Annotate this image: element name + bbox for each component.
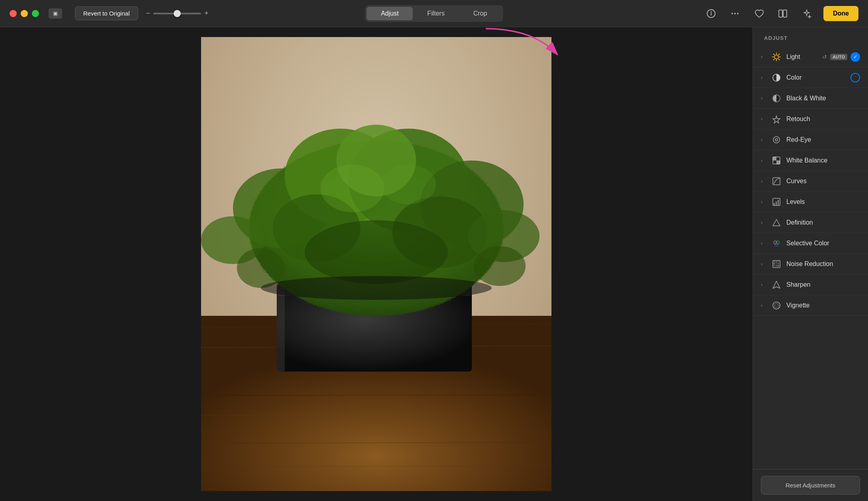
adjust-item-sharpen[interactable]: › Sharpen [753, 274, 868, 295]
fullscreen-button[interactable] [32, 10, 39, 17]
adjust-item-color[interactable]: › Color [753, 67, 868, 88]
selectivecolor-label: Selective Color [786, 240, 860, 247]
tab-filters[interactable]: Filters [413, 7, 459, 20]
svg-point-30 [305, 220, 448, 284]
main-content: ADJUST › [0, 27, 868, 501]
levels-icon [771, 197, 782, 207]
svg-rect-55 [776, 160, 780, 164]
svg-rect-68 [774, 263, 775, 264]
reset-panel: Reset Adjustments [753, 469, 868, 501]
selectivecolor-icon [771, 238, 782, 249]
chevron-icon: › [761, 303, 766, 308]
adjust-item-selectivecolor[interactable]: › Selective Color [753, 233, 868, 254]
adjust-item-levels[interactable]: › Levels [753, 192, 868, 212]
tab-adjust[interactable]: Adjust [367, 7, 413, 20]
adjust-item-vignette[interactable]: › Vignette [753, 295, 868, 316]
info-icon[interactable] [704, 6, 718, 21]
svg-rect-72 [776, 265, 777, 266]
vignette-label: Vignette [786, 302, 860, 309]
traffic-lights [10, 10, 39, 17]
tab-crop[interactable]: Crop [459, 7, 502, 20]
adjust-header: ADJUST [753, 27, 868, 47]
zoom-slider-area: − + [146, 9, 209, 18]
done-button[interactable]: Done [823, 6, 858, 21]
light-reset-icon[interactable]: ↺ [822, 54, 827, 60]
adjust-item-whitebalance[interactable]: › White Balance [753, 150, 868, 171]
adjust-item-definition[interactable]: › Definition [753, 212, 868, 233]
svg-point-37 [261, 276, 492, 300]
color-empty-circle[interactable] [850, 73, 860, 82]
svg-point-5 [737, 13, 739, 14]
chevron-icon: › [761, 116, 766, 122]
chevron-icon: › [761, 75, 766, 80]
light-check-circle[interactable]: ✓ [850, 52, 860, 62]
svg-point-35 [321, 164, 384, 212]
svg-rect-71 [774, 265, 775, 266]
chevron-icon: › [761, 199, 766, 205]
chevron-icon: › [761, 261, 766, 267]
adjust-item-noisereduction[interactable]: › Noise Reduction [753, 254, 868, 274]
chevron-icon: › [761, 178, 766, 184]
revert-label: Revert to Original [83, 10, 130, 17]
chevron-icon: › [761, 241, 766, 246]
light-label: Light [786, 53, 817, 61]
svg-point-52 [775, 139, 778, 141]
zoom-out-icon[interactable]: − [146, 9, 151, 18]
zoom-track[interactable] [153, 13, 201, 14]
titlebar: ▣ Revert to Original − + Adjust Filters … [0, 0, 868, 27]
minimize-button[interactable] [21, 10, 28, 17]
color-actions [850, 73, 860, 82]
definition-icon [771, 217, 782, 228]
right-panel: ADJUST › [753, 27, 868, 501]
color-label: Color [786, 74, 846, 81]
reset-adjustments-button[interactable]: Reset Adjustments [761, 476, 860, 495]
adjust-item-retouch[interactable]: › Retouch [753, 109, 868, 129]
svg-rect-65 [774, 261, 775, 262]
sharpen-label: Sharpen [786, 281, 860, 288]
light-auto-badge[interactable]: AUTO [830, 54, 847, 60]
tab-group: Adjust Filters Crop [365, 5, 503, 22]
svg-point-74 [773, 302, 780, 309]
redeye-icon [771, 135, 782, 145]
blackwhite-icon [771, 93, 782, 104]
sharpen-icon [771, 280, 782, 290]
svg-point-39 [774, 55, 778, 59]
chevron-icon: › [761, 96, 766, 101]
toolbar-right: Done [704, 6, 858, 21]
zoom-thumb[interactable] [174, 10, 181, 17]
magic-icon[interactable] [800, 6, 814, 21]
svg-rect-70 [778, 263, 779, 264]
svg-line-45 [778, 59, 779, 60]
svg-rect-7 [783, 10, 787, 17]
svg-line-47 [774, 59, 774, 60]
vignette-icon [771, 300, 782, 311]
levels-label: Levels [786, 198, 860, 205]
svg-line-44 [774, 54, 774, 55]
photo-display [201, 37, 551, 491]
svg-point-3 [731, 13, 733, 14]
adjust-item-blackwhite[interactable]: › Black & White [753, 88, 868, 109]
svg-point-51 [773, 137, 780, 143]
svg-rect-69 [776, 263, 777, 264]
window-controls: ▣ [49, 8, 62, 19]
sidebar-toggle-button[interactable]: ▣ [49, 8, 62, 19]
adjust-item-curves[interactable]: › Curves [753, 171, 868, 192]
revert-button[interactable]: Revert to Original [75, 6, 138, 20]
svg-rect-58 [774, 203, 775, 205]
retouch-icon [771, 114, 782, 124]
more-options-icon[interactable] [728, 6, 742, 21]
adjust-item-light[interactable]: › Light ↺ [753, 47, 868, 67]
svg-point-2 [711, 11, 712, 12]
redeye-label: Red-Eye [786, 136, 860, 143]
compare-icon[interactable] [776, 6, 790, 21]
svg-rect-66 [776, 261, 777, 262]
curves-icon [771, 176, 782, 186]
zoom-in-icon[interactable]: + [204, 9, 209, 18]
close-button[interactable] [10, 10, 17, 17]
svg-rect-67 [778, 261, 779, 262]
chevron-icon: › [761, 158, 766, 163]
favorite-icon[interactable] [752, 6, 766, 21]
adjust-item-redeye[interactable]: › Red-Eye [753, 129, 868, 150]
svg-point-36 [380, 164, 436, 204]
light-actions: ↺ AUTO ✓ [822, 52, 860, 62]
